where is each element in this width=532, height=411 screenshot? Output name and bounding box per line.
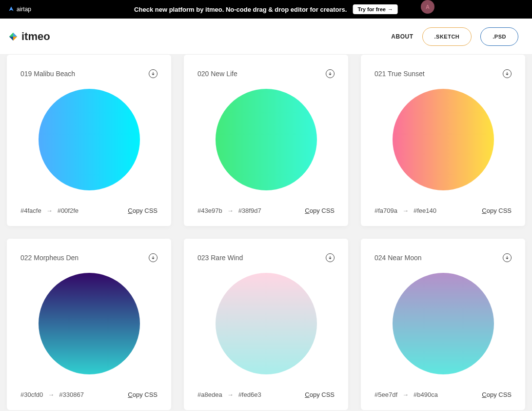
arrow-icon: →: [48, 391, 54, 398]
color-codes: #fa709a → #fee140: [374, 207, 436, 214]
download-icon[interactable]: [326, 253, 335, 262]
color-from: #a8edea: [197, 391, 222, 398]
gradient-preview[interactable]: [393, 273, 494, 374]
itmeo-logo[interactable]: itmeo: [8, 30, 50, 43]
itmeo-icon: [8, 31, 19, 42]
gradient-card: 023 Rare Wind #a8edea → #fed6e3 Copy CSS: [184, 239, 348, 410]
airtap-logo[interactable]: airtap: [8, 6, 31, 13]
card-header: 019 Malibu Beach: [20, 69, 158, 78]
navbar: itmeo ABOUT .SKETCH .PSD: [0, 19, 532, 55]
sketch-button[interactable]: .SKETCH: [422, 27, 472, 46]
card-footer: #fa709a → #fee140 Copy CSS: [374, 207, 512, 214]
gradient-card: 022 Morpheus Den #30cfd0 → #330867 Copy …: [7, 239, 171, 410]
card-title: 019 Malibu Beach: [20, 70, 75, 78]
gradient-preview[interactable]: [216, 273, 317, 374]
download-icon[interactable]: [149, 69, 158, 78]
copy-css-button[interactable]: Copy CSS: [482, 207, 512, 214]
gradient-card: 020 New Life #43e97b → #38f9d7 Copy CSS: [184, 55, 348, 226]
avatar[interactable]: A: [421, 0, 434, 14]
card-footer: #5ee7df → #b490ca Copy CSS: [374, 391, 512, 398]
copy-css-button[interactable]: Copy CSS: [482, 391, 512, 398]
top-banner: airtap Check new platform by itmeo. No-c…: [0, 0, 532, 19]
copy-css-button[interactable]: Copy CSS: [128, 207, 158, 214]
card-title: 024 Near Moon: [374, 254, 422, 262]
download-icon[interactable]: [503, 253, 512, 262]
gradient-preview[interactable]: [39, 89, 140, 190]
nav-about[interactable]: ABOUT: [391, 33, 413, 40]
banner-text: Check new platform by itmeo. No-code dra…: [134, 6, 347, 13]
content: 019 Malibu Beach #4facfe → #00f2fe Copy …: [0, 55, 532, 410]
arrow-icon: →: [402, 207, 409, 214]
copy-css-button[interactable]: Copy CSS: [305, 207, 335, 214]
card-header: 024 Near Moon: [374, 253, 512, 262]
arrow-icon: →: [227, 207, 234, 214]
avatar-initial: A: [426, 4, 430, 10]
card-footer: #4facfe → #00f2fe Copy CSS: [20, 207, 158, 214]
card-footer: #30cfd0 → #330867 Copy CSS: [20, 391, 158, 398]
color-to: #330867: [59, 391, 84, 398]
color-codes: #43e97b → #38f9d7: [197, 207, 261, 214]
arrow-icon: →: [46, 207, 53, 214]
card-header: 020 New Life: [197, 69, 335, 78]
gradient-preview[interactable]: [39, 273, 140, 374]
copy-css-button[interactable]: Copy CSS: [305, 391, 335, 398]
card-header: 022 Morpheus Den: [20, 253, 158, 262]
color-from: #4facfe: [20, 207, 41, 214]
gradient-preview[interactable]: [393, 89, 494, 190]
arrow-right-icon: →: [388, 6, 393, 12]
color-to: #38f9d7: [238, 207, 261, 214]
card-title: 021 True Sunset: [374, 70, 425, 78]
nav-right: ABOUT .SKETCH .PSD: [391, 27, 518, 46]
card-title: 023 Rare Wind: [197, 254, 243, 262]
color-to: #b490ca: [414, 391, 438, 398]
download-icon[interactable]: [503, 69, 512, 78]
card-footer: #43e97b → #38f9d7 Copy CSS: [197, 207, 335, 214]
color-from: #5ee7df: [374, 391, 397, 398]
copy-css-button[interactable]: Copy CSS: [128, 391, 158, 398]
gradient-card: 021 True Sunset #fa709a → #fee140 Copy C…: [361, 55, 525, 226]
arrow-icon: →: [227, 391, 234, 398]
card-header: 021 True Sunset: [374, 69, 512, 78]
gradient-preview[interactable]: [216, 89, 317, 190]
color-from: #43e97b: [197, 207, 222, 214]
gradient-card: 024 Near Moon #5ee7df → #b490ca Copy CSS: [361, 239, 525, 410]
try-free-label: Try for free: [357, 6, 385, 12]
download-icon[interactable]: [149, 253, 158, 262]
gradient-grid: 019 Malibu Beach #4facfe → #00f2fe Copy …: [0, 55, 532, 410]
psd-button[interactable]: .PSD: [480, 27, 518, 46]
logo-text: itmeo: [21, 30, 50, 43]
download-icon[interactable]: [326, 69, 335, 78]
color-codes: #a8edea → #fed6e3: [197, 391, 261, 398]
color-to: #fed6e3: [238, 391, 261, 398]
color-codes: #5ee7df → #b490ca: [374, 391, 438, 398]
arrow-icon: →: [402, 391, 409, 398]
card-title: 022 Morpheus Den: [20, 254, 79, 262]
color-to: #fee140: [414, 207, 436, 214]
color-codes: #30cfd0 → #330867: [20, 391, 84, 398]
color-from: #30cfd0: [20, 391, 43, 398]
color-codes: #4facfe → #00f2fe: [20, 207, 79, 214]
airtap-icon: [8, 6, 15, 13]
color-from: #fa709a: [374, 207, 397, 214]
airtap-text: airtap: [17, 6, 31, 13]
banner-center: Check new platform by itmeo. No-code dra…: [134, 4, 398, 14]
color-to: #00f2fe: [58, 207, 79, 214]
card-footer: #a8edea → #fed6e3 Copy CSS: [197, 391, 335, 398]
card-title: 020 New Life: [197, 70, 237, 78]
try-free-button[interactable]: Try for free →: [353, 4, 397, 14]
gradient-card: 019 Malibu Beach #4facfe → #00f2fe Copy …: [7, 55, 171, 226]
card-header: 023 Rare Wind: [197, 253, 335, 262]
